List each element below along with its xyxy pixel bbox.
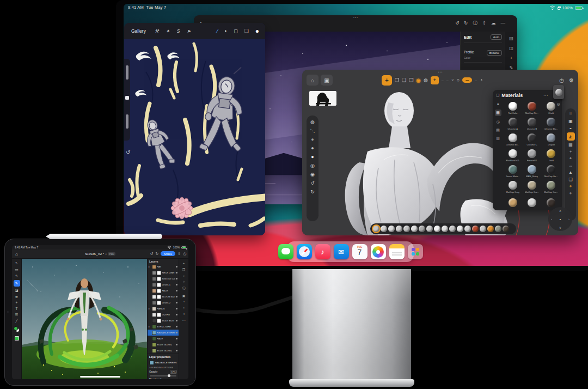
tool-icon[interactable]: ↖ <box>15 261 18 265</box>
brush-option-icon[interactable]: ↻ <box>310 189 315 194</box>
material-swatch[interactable]: MatCap Gre... <box>542 179 561 195</box>
material-swatch[interactable]: Chrome A <box>503 116 522 132</box>
material-swatch[interactable]: FlatSketch01 <box>503 148 522 163</box>
sculpt-tool-icon[interactable]: + <box>382 75 392 86</box>
mode-icon[interactable]: ⌗ <box>569 111 572 117</box>
material-swatch[interactable] <box>503 195 522 210</box>
visibility-eye-icon[interactable] <box>176 320 177 321</box>
material-preview[interactable] <box>553 85 564 99</box>
sculpt-tool-icon[interactable]: ◍ <box>424 77 428 83</box>
visibility-eye-icon[interactable] <box>176 284 177 285</box>
layer-row[interactable]: ▸ STRUCTURE <box>148 324 179 330</box>
visibility-eye-icon[interactable] <box>176 266 177 268</box>
nav-center[interactable]: ▪ <box>560 217 561 221</box>
sculpt-tool-icon[interactable]: ▬ <box>462 77 472 83</box>
dock-icon[interactable] <box>278 244 293 259</box>
dock-icon[interactable] <box>389 244 405 259</box>
sculpt-tool-icon[interactable]: – <box>446 78 449 82</box>
mode-icon[interactable]: ❏ <box>568 177 572 182</box>
toolbar-button[interactable]: ⌂ <box>307 75 318 86</box>
materials-tab[interactable]: ◷ <box>496 120 499 124</box>
mode-icon[interactable]: + <box>569 149 572 154</box>
material-swatch[interactable]: Chrome Bri... <box>503 132 522 148</box>
brush-size-slider[interactable] <box>126 65 128 80</box>
layer-row[interactable]: ▸ Selective Color 1 <box>148 276 179 282</box>
sculpt-tool-icon[interactable]: ◔ <box>480 77 482 83</box>
layer-row[interactable]: ▸ HANDS <box>148 306 179 312</box>
sculpt-tool-icon[interactable]: ○ <box>457 77 460 83</box>
procreate-tool-icon[interactable]: ✦ <box>166 28 170 34</box>
procreate-paint-icon[interactable]: ◗ <box>224 28 227 34</box>
mode-icon[interactable]: ● <box>569 191 572 196</box>
toolbar-icon[interactable]: ◷ <box>559 77 564 83</box>
home-indicator[interactable] <box>80 376 120 378</box>
mode-icon[interactable]: ▲ <box>568 170 573 175</box>
visibility-eye-icon[interactable] <box>176 308 177 309</box>
quick-material-sphere[interactable] <box>419 226 425 232</box>
window-menu-dots[interactable]: ⋯ <box>194 15 517 20</box>
brush-option-icon[interactable]: ● <box>311 137 314 142</box>
toolbar-icon[interactable]: ⓘ <box>473 20 477 27</box>
edit-tool-icon[interactable]: ◫ <box>509 46 513 51</box>
toolbar-button[interactable]: ▣ <box>321 75 333 86</box>
material-swatch[interactable]: MatCap Gra... <box>522 179 541 195</box>
quick-material-sphere[interactable] <box>464 226 471 232</box>
material-swatch[interactable]: MatCap Re... <box>522 100 541 116</box>
material-swatch[interactable]: Gold <box>542 148 561 163</box>
quick-material-sphere[interactable] <box>457 226 463 232</box>
layer-row[interactable]: ▸ BODY EDIT <box>148 318 179 324</box>
more-icon[interactable]: ⋯ <box>543 93 548 98</box>
quick-material-sphere[interactable] <box>442 226 448 232</box>
layer-action-icon[interactable]: ◔ <box>183 300 185 303</box>
nav-right[interactable]: › <box>568 217 569 221</box>
quick-material-sphere[interactable] <box>373 226 379 232</box>
brush-option-icon[interactable]: ↺ <box>310 180 315 186</box>
edit-tool-icon[interactable]: ▤ <box>509 36 513 41</box>
quick-material-sphere[interactable] <box>434 226 440 232</box>
quick-material-sphere[interactable] <box>381 226 387 232</box>
titlebar-icon[interactable]: ↺ <box>150 252 154 256</box>
toolbar-icon[interactable]: ↺ <box>455 20 459 27</box>
brush-option-icon[interactable]: ● <box>311 154 314 160</box>
nav-down[interactable]: ∨ <box>559 226 561 229</box>
mode-icon[interactable]: ▣ <box>568 119 573 124</box>
visibility-eye-icon[interactable] <box>176 338 177 339</box>
layer-action-icon[interactable]: ▣ <box>182 294 186 297</box>
tool-icon[interactable]: + <box>16 301 18 305</box>
material-swatch[interactable]: Green Meta... <box>503 163 522 179</box>
layer-action-icon[interactable]: ◑ <box>183 312 185 315</box>
tool-icon[interactable]: ⊕ <box>15 295 18 299</box>
dock-icon[interactable] <box>297 244 312 259</box>
layer-row[interactable]: ▸ FACE <box>148 288 179 294</box>
brush-option-icon[interactable]: ● <box>311 145 314 151</box>
procreate-paint-icon[interactable]: ∕ <box>217 28 218 34</box>
disclosure-icon[interactable]: ▸ <box>149 325 151 328</box>
quick-material-sphere[interactable] <box>480 226 486 232</box>
layer-action-icon[interactable]: ❐ <box>182 268 185 271</box>
quick-material-sphere[interactable] <box>426 226 433 232</box>
dock-icon[interactable]: ♪ <box>315 244 330 259</box>
material-swatch[interactable]: Chrome C <box>522 132 541 148</box>
layer-row[interactable]: ▸ BODY GLOW1 <box>148 342 179 348</box>
toolbar-icon[interactable]: ⚙ <box>569 77 574 83</box>
tool-icon[interactable]: ▭ <box>15 268 18 272</box>
layer-row[interactable]: ▸ Levels 1 <box>148 282 179 288</box>
layer-row[interactable]: ▸ RADIANCE GREEN <box>148 330 179 336</box>
sculpt-tool-icon[interactable]: ❒ <box>409 77 413 83</box>
procreate-canvas[interactable] <box>124 39 265 235</box>
tool-icon[interactable]: ◪ <box>15 288 18 293</box>
material-swatch[interactable]: MatCap Gray <box>503 179 522 195</box>
procreate-sidebar[interactable] <box>124 59 130 141</box>
quick-material-sphere[interactable] <box>411 226 418 232</box>
foreground-color[interactable] <box>14 326 18 331</box>
material-swatch[interactable]: MatCap Ge... <box>542 163 561 179</box>
procreate-paint-icon[interactable]: ❏ <box>244 28 249 34</box>
brush-option-icon[interactable]: ◍ <box>310 119 315 125</box>
reference-thumbnail[interactable] <box>309 91 336 106</box>
sculpt-tool-icon[interactable]: ❐ <box>395 77 399 83</box>
mode-icon[interactable]: ⇔ <box>568 163 573 168</box>
material-swatch[interactable]: MAN_Shiny <box>522 163 541 179</box>
color-swatches[interactable] <box>14 326 20 332</box>
titlebar-icon[interactable]: ⇧ <box>177 252 181 256</box>
disclosure-icon[interactable]: ▸ <box>149 307 151 310</box>
